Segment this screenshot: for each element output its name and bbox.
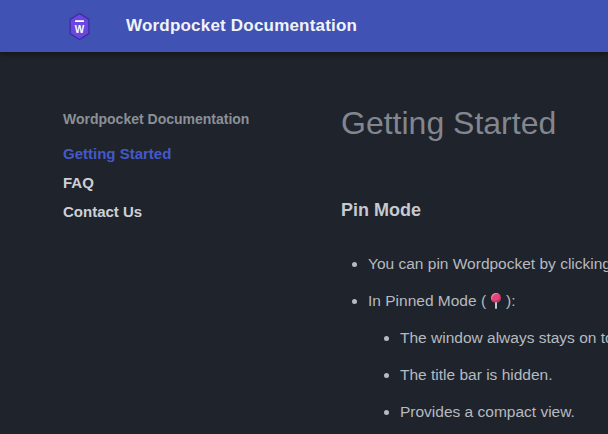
content-area: Wordpocket Documentation Getting Started… bbox=[0, 52, 608, 434]
svg-text:W: W bbox=[75, 23, 85, 34]
sub-bullet-always-on-top: The window always stays on top. bbox=[400, 326, 608, 349]
pushpin-stem bbox=[495, 302, 497, 309]
sidebar-item-wordpocket-documentation[interactable]: Wordpocket Documentation bbox=[63, 109, 321, 129]
sidebar-item-getting-started[interactable]: Getting Started bbox=[63, 139, 321, 168]
sidebar-nav: Wordpocket Documentation Getting Started… bbox=[0, 52, 341, 434]
sidebar-item-faq[interactable]: FAQ bbox=[63, 168, 321, 197]
pinned-mode-sublist: The window always stays on top. The titl… bbox=[368, 326, 608, 423]
bullet-pinned-mode-before: In Pinned Mode ( bbox=[368, 292, 486, 309]
sub-bullet-title-bar-hidden: The title bar is hidden. bbox=[400, 363, 608, 386]
bullet-pin-click-text: You can pin Wordpocket by clicking the p… bbox=[368, 255, 608, 272]
sub-bullet-compact-view: Provides a compact view. bbox=[400, 400, 608, 423]
app-header: W Wordpocket Documentation bbox=[0, 0, 608, 52]
wordpocket-logo-icon: W bbox=[69, 13, 90, 40]
wordpocket-logo[interactable]: W bbox=[69, 13, 90, 40]
sidebar-item-contact-us[interactable]: Contact Us bbox=[63, 197, 321, 226]
main-content: Getting Started Pin Mode You can pin Wor… bbox=[341, 52, 608, 434]
pin-mode-bullet-list: You can pin Wordpocket by clicking the p… bbox=[341, 252, 608, 423]
bullet-pin-click: You can pin Wordpocket by clicking the p… bbox=[368, 252, 608, 275]
page-title: Getting Started bbox=[341, 104, 608, 142]
round-pushpin-icon bbox=[490, 293, 502, 309]
section-heading-pin-mode: Pin Mode bbox=[341, 198, 608, 222]
bullet-pinned-mode: In Pinned Mode (): The window always sta… bbox=[368, 289, 608, 423]
app-title[interactable]: Wordpocket Documentation bbox=[126, 16, 357, 36]
app-window: W Wordpocket Documentation Wordpocket Do… bbox=[0, 0, 608, 434]
bullet-pinned-mode-after: ): bbox=[506, 292, 515, 309]
